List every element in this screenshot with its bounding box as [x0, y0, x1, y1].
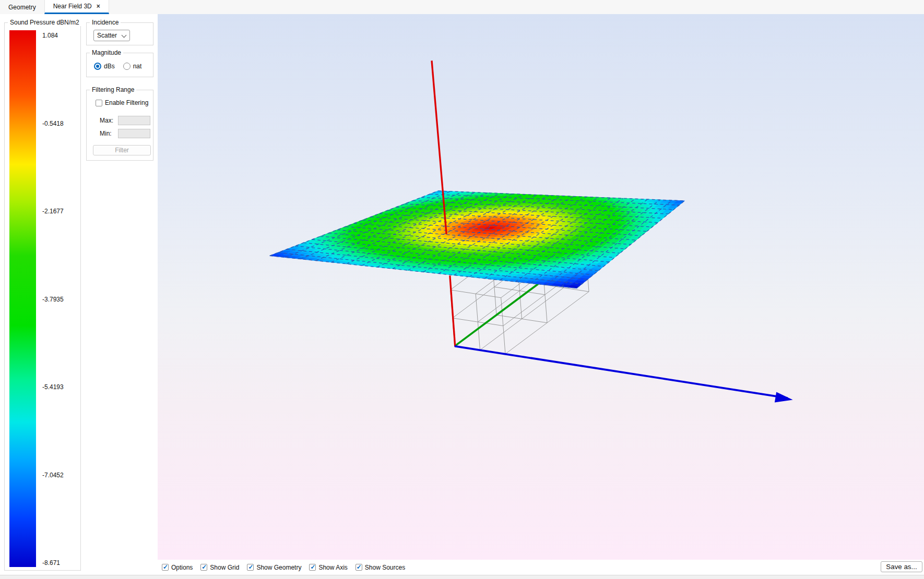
colorbar-title: Sound Pressure dBN/m2 — [8, 19, 81, 26]
checkbox-show-grid[interactable] — [200, 564, 207, 571]
incidence-select[interactable]: Scatter — [93, 30, 130, 41]
tab-near-field-3d[interactable]: Near Field 3D × — [44, 0, 109, 14]
left-panel: Sound Pressure dBN/m2 1.084-0.5418-2.167… — [0, 14, 158, 575]
checkbox-show-geometry[interactable] — [247, 564, 254, 571]
radio-nat[interactable] — [123, 63, 131, 70]
checkbox-label: Show Geometry — [256, 564, 301, 571]
min-field[interactable] — [118, 129, 150, 138]
chevron-down-icon — [122, 33, 127, 38]
checkbox-label: Show Grid — [210, 564, 239, 571]
tab-geometry-label: Geometry — [8, 4, 36, 11]
magnitude-groupbox: Magnitude dBsnat — [86, 53, 153, 77]
viewport-toolbar: OptionsShow GridShow GeometryShow AxisSh… — [158, 560, 924, 575]
incidence-label: Incidence — [90, 19, 121, 26]
max-label: Max: — [100, 117, 113, 124]
sound-pressure-groupbox: Sound Pressure dBN/m2 1.084-0.5418-2.167… — [4, 22, 81, 571]
enable-filtering-checkbox[interactable] — [96, 100, 102, 106]
colorbar-gradient — [9, 30, 36, 567]
incidence-selected-value: Scatter — [97, 32, 117, 39]
toolbar-item-show-geometry: Show Geometry — [247, 564, 301, 571]
filter-button[interactable]: Filter — [93, 145, 151, 155]
min-label: Min: — [100, 130, 112, 137]
magnitude-radio-group: dBsnat — [94, 63, 150, 70]
toolbar-item-show-sources: Show Sources — [356, 564, 405, 571]
checkbox-label: Show Axis — [318, 564, 347, 571]
incidence-groupbox: Incidence Scatter — [86, 22, 153, 45]
colorbar-tick: -8.671 — [42, 559, 79, 567]
radio-dBs[interactable] — [94, 63, 101, 70]
colorbar-tick: -5.4193 — [42, 383, 79, 391]
colorbar-tick: -7.0452 — [42, 471, 79, 479]
checkbox-label: Options — [171, 564, 193, 571]
save-as-button[interactable]: Save as... — [881, 561, 922, 572]
status-bar — [0, 575, 924, 579]
tab-close-icon[interactable]: × — [97, 4, 100, 9]
3d-viewport-scene[interactable] — [158, 14, 924, 560]
filtering-range-groupbox: Filtering Range Enable Filtering Max: Mi… — [86, 90, 153, 161]
colorbar-tick: -2.1677 — [42, 207, 79, 215]
enable-filtering-label: Enable Filtering — [105, 99, 148, 106]
radio-label-nat: nat — [133, 63, 142, 70]
toolbar-item-show-axis: Show Axis — [309, 564, 347, 571]
tab-geometry[interactable]: Geometry — [0, 0, 44, 14]
filtering-range-label: Filtering Range — [90, 86, 136, 93]
toolbar-item-show-grid: Show Grid — [200, 564, 239, 571]
checkbox-options[interactable] — [162, 564, 169, 571]
max-field[interactable] — [118, 116, 150, 125]
checkbox-label: Show Sources — [365, 564, 405, 571]
colorbar-tick: -3.7935 — [42, 295, 79, 304]
tab-near-field-3d-label: Near Field 3D — [53, 3, 92, 10]
toolbar-item-options: Options — [162, 564, 193, 571]
checkbox-show-sources[interactable] — [356, 564, 362, 571]
colorbar-tick: -0.5418 — [42, 119, 79, 128]
radio-label-dBs: dBs — [104, 63, 115, 70]
colorbar-tick: 1.084 — [42, 31, 79, 40]
3d-viewport[interactable] — [158, 14, 924, 560]
magnitude-label: Magnitude — [90, 49, 123, 56]
tab-bar: Geometry Near Field 3D × — [0, 0, 924, 14]
checkbox-show-axis[interactable] — [309, 564, 316, 571]
